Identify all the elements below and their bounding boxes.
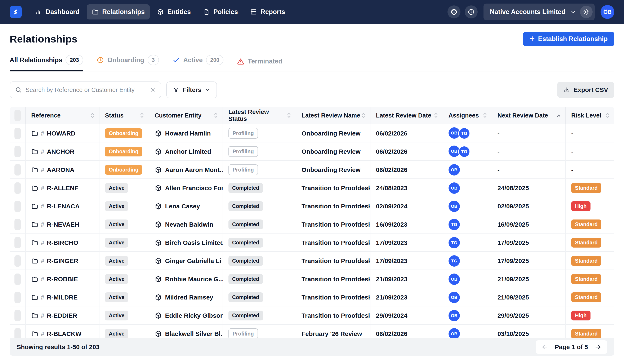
row-checkbox[interactable] <box>14 292 21 303</box>
customer-entity-cell: Howard Hamlin <box>149 124 222 142</box>
risk-level-badge: Standard <box>571 183 601 193</box>
latest-review-date-cell: 06/02/2026 <box>370 124 443 142</box>
workspace-settings-button[interactable] <box>580 6 593 18</box>
clear-search-icon[interactable] <box>150 87 156 93</box>
folder-icon <box>31 239 38 246</box>
sort-icon[interactable] <box>433 112 439 119</box>
assignee-avatar: ÖB <box>448 310 460 321</box>
sort-icon[interactable] <box>213 112 218 119</box>
latest-review-name-cell: Transition to Proofdesk <box>296 270 370 288</box>
column-header-status[interactable]: Status <box>99 107 149 124</box>
column-header-latest-review-name[interactable]: Latest Review Name <box>296 107 370 124</box>
table-row[interactable]: #AARONAOnboardingAaron Aaron Mont...Prof… <box>10 160 614 179</box>
tab-active[interactable]: Active 200 <box>172 55 223 71</box>
reference-hash: # <box>41 221 44 228</box>
tab-all-relationships[interactable]: All Relationships 203 <box>10 55 83 71</box>
nav-item-relationships[interactable]: Relationships <box>87 4 150 20</box>
table-row[interactable]: #R-NEVAEHActiveNevaeh BaldwinCompletedTr… <box>10 215 614 233</box>
assignee-avatar: ÖB <box>448 328 460 338</box>
review-status-badge: Completed <box>229 256 263 266</box>
column-header-latest-review-date[interactable]: Latest Review Date <box>370 107 443 124</box>
package-icon <box>155 294 162 301</box>
help-button[interactable] <box>447 5 461 18</box>
row-checkbox[interactable] <box>14 146 21 157</box>
status-cell: Active <box>99 325 149 338</box>
table-row[interactable]: #R-LENACAActiveLena CaseyCompletedTransi… <box>10 197 614 215</box>
sort-icon[interactable] <box>90 112 95 119</box>
column-label: Assignees <box>448 112 479 119</box>
tab-terminated[interactable]: Terminated <box>237 58 282 71</box>
table-row[interactable]: #R-ALLENFActiveAllen Francisco FordCompl… <box>10 179 614 197</box>
sort-icon[interactable] <box>482 112 488 119</box>
workspace-name: Native Accounts Limited <box>490 8 565 16</box>
risk-level-cell: - <box>565 124 614 142</box>
row-checkbox[interactable] <box>14 201 21 212</box>
next-review-date-cell: 29/09/2025 <box>492 306 565 325</box>
user-avatar[interactable]: ÖB <box>600 5 614 19</box>
establish-relationship-button[interactable]: + Establish Relationship <box>523 32 614 46</box>
next-review-date-cell: - <box>492 142 565 161</box>
table-toolbar: Filters Export CSV <box>10 81 614 98</box>
nav-item-reports[interactable]: Reports <box>245 4 290 20</box>
row-checkbox-cell <box>10 197 25 215</box>
arrow-left-icon[interactable] <box>541 343 549 351</box>
document-icon <box>203 8 210 16</box>
table-row[interactable]: #R-MILDREActiveMildred RamseyCompletedTr… <box>10 288 614 306</box>
select-all-checkbox[interactable] <box>14 110 21 121</box>
customer-entity-cell: Nevaeh Baldwin <box>149 215 222 234</box>
primary-nav: Dashboard Relationships Entities Policie… <box>30 4 290 20</box>
column-header-next-review-date[interactable]: Next Review Date <box>492 107 565 124</box>
sort-icon[interactable] <box>139 112 144 119</box>
nav-item-entities[interactable]: Entities <box>152 4 196 20</box>
row-checkbox[interactable] <box>14 328 21 338</box>
table-row[interactable]: #R-EDDIERActiveEddie Ricky GibsonComplet… <box>10 306 614 324</box>
export-csv-button[interactable]: Export CSV <box>557 82 614 98</box>
sort-icon[interactable] <box>361 112 366 119</box>
workspace-switcher[interactable]: Native Accounts Limited <box>484 3 595 20</box>
column-header-assignees[interactable]: Assignees <box>443 107 492 124</box>
check-icon <box>172 56 180 64</box>
row-checkbox[interactable] <box>14 310 21 321</box>
table-row[interactable]: #R-GINGERActiveGinger Gabriella LiComple… <box>10 251 614 270</box>
customer-entity-name: Anchor Limited <box>165 148 211 155</box>
search-icon <box>15 86 22 93</box>
sort-asc-icon[interactable] <box>556 114 561 117</box>
review-status-badge: Completed <box>229 292 263 302</box>
risk-level-cell: Standard <box>565 252 614 270</box>
search-input[interactable] <box>26 86 146 93</box>
pagination: Page 1 of 5 <box>536 340 607 354</box>
row-checkbox[interactable] <box>14 182 21 194</box>
row-checkbox[interactable] <box>14 274 21 285</box>
info-button[interactable] <box>465 5 478 18</box>
arrow-right-icon[interactable] <box>594 343 602 351</box>
table-row[interactable]: #R-BLACKWActiveBlackwell Silver Bl...Pro… <box>10 324 614 338</box>
nav-item-policies[interactable]: Policies <box>198 4 243 20</box>
nav-item-label: Entities <box>167 8 191 16</box>
row-checkbox[interactable] <box>14 128 21 139</box>
column-header-latest-review-status[interactable]: Latest Review Status <box>223 107 296 124</box>
assignee-avatars: ÖB <box>448 328 460 338</box>
assignees-cell: ÖB <box>443 197 492 215</box>
nav-item-dashboard[interactable]: Dashboard <box>30 4 85 20</box>
row-checkbox[interactable] <box>14 164 21 176</box>
tab-onboarding[interactable]: Onboarding 3 <box>97 55 159 71</box>
search-box[interactable] <box>10 81 161 98</box>
table-row[interactable]: #R-ROBBIEActiveRobbie Maurice G...Comple… <box>10 270 614 288</box>
table-row[interactable]: #HOWARDOnboardingHoward HamlinProfilingO… <box>10 124 614 142</box>
row-checkbox[interactable] <box>14 255 21 267</box>
table-row[interactable]: #R-BIRCHOActiveBirch Oasis LimitedComple… <box>10 233 614 251</box>
brand-logo[interactable] <box>10 6 22 18</box>
row-checkbox[interactable] <box>14 219 21 230</box>
column-header-reference[interactable]: Reference <box>25 107 99 124</box>
sort-icon[interactable] <box>286 112 291 119</box>
folder-icon <box>31 148 38 155</box>
sort-icon[interactable] <box>605 112 610 119</box>
column-header-customer-entity[interactable]: Customer Entity <box>149 107 222 124</box>
package-icon <box>155 221 162 228</box>
row-checkbox[interactable] <box>14 237 21 248</box>
filters-button[interactable]: Filters <box>166 81 217 98</box>
next-review-date-cell: - <box>492 161 565 179</box>
latest-review-name-cell: Transition to Proofdesk <box>296 179 370 197</box>
table-row[interactable]: #ANCHOROnboardingAnchor LimitedProfiling… <box>10 142 614 160</box>
column-header-risk-level[interactable]: Risk Level <box>565 107 614 124</box>
